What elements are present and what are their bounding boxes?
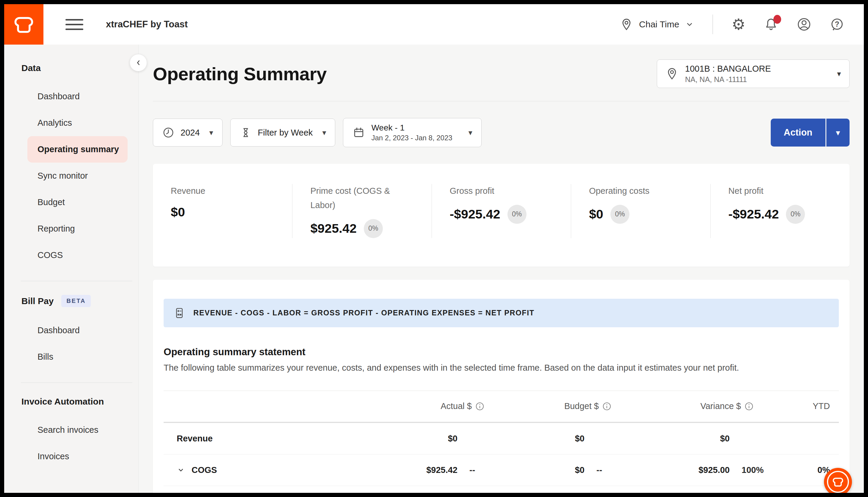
page-header: Operating Summary 1001B : BANGALORE NA, … — [153, 45, 850, 88]
location-line1: 1001B : BANGALORE — [685, 64, 771, 74]
sidebar-nav-data: Dashboard Analytics Operating summary Sy… — [4, 83, 138, 268]
beta-badge: BETA — [61, 295, 91, 307]
account-icon — [797, 17, 812, 32]
chat-button[interactable] — [824, 468, 852, 493]
info-icon[interactable] — [476, 402, 484, 411]
location-selector[interactable]: 1001B : BANGALORE NA, NA, NA -11111 ▾ — [657, 59, 850, 88]
formula-banner: REVENUE - COGS - LABOR = GROSS PROFIT - … — [164, 299, 839, 327]
action-caret-button[interactable]: ▾ — [826, 118, 850, 146]
sidebar-section-billpay: Bill Pay BETA — [4, 295, 138, 307]
settings-button[interactable]: ⚙ — [731, 17, 745, 32]
sidebar-item-dashboard[interactable]: Dashboard — [4, 83, 138, 110]
kpi-label: Operating costs — [589, 184, 692, 198]
restaurant-name: Chai Time — [639, 19, 679, 29]
sidebar-item-bills[interactable]: Bills — [4, 344, 138, 370]
budget-percent: -- — [584, 465, 602, 475]
sidebar-item-cogs[interactable]: COGS — [4, 242, 138, 268]
column-actual: Actual $ — [441, 401, 502, 411]
budget-value: $0 — [575, 434, 584, 443]
top-bar-right: Chai Time ⚙ — [620, 15, 864, 34]
header-icons: ⚙ — [731, 17, 844, 32]
caret-down-icon: ▾ — [469, 128, 472, 137]
account-button[interactable] — [797, 17, 812, 32]
actual-value: $0 — [448, 434, 457, 443]
sidebar-nav-invoice: Search invoices Invoices — [4, 417, 138, 470]
calculator-icon — [173, 307, 185, 319]
sidebar-item-reporting[interactable]: Reporting — [4, 215, 138, 242]
sidebar-item-operating-summary[interactable]: Operating summary — [27, 136, 128, 162]
main-content: Operating Summary 1001B : BANGALORE NA, … — [139, 45, 864, 493]
column-label: Variance $ — [701, 401, 741, 411]
kpi-percent-badge: 0% — [508, 205, 526, 224]
column-ytd: YTD — [813, 401, 839, 411]
formula-text: REVENUE - COGS - LABOR = GROSS PROFIT - … — [193, 309, 535, 317]
week-range: Jan 2, 2023 - Jan 8, 2023 — [371, 134, 452, 142]
sidebar-item-budget[interactable]: Budget — [4, 189, 138, 215]
kpi-gross-profit: Gross profit -$925.42 0% — [432, 184, 571, 238]
kpi-operating-costs: Operating costs $0 0% — [571, 184, 710, 238]
top-bar: xtraCHEF by Toast Chai Time ⚙ — [4, 4, 864, 45]
sidebar-collapse-button[interactable] — [130, 54, 147, 71]
kpi-value: $0 — [171, 205, 185, 219]
location-line2: NA, NA, NA -11111 — [685, 75, 771, 84]
header-rule — [153, 101, 850, 101]
week-dropdown[interactable]: Week - 1 Jan 2, 2023 - Jan 8, 2023 ▾ — [343, 118, 481, 147]
statement-table-header: Actual $ Budget $ — [164, 391, 839, 423]
sidebar-item-invoices[interactable]: Invoices — [4, 443, 138, 470]
hourglass-icon — [239, 126, 252, 139]
kpi-percent-badge: 0% — [610, 205, 630, 224]
period-dropdown[interactable]: Filter by Week ▾ — [230, 118, 335, 146]
sidebar-item-billpay-dashboard[interactable]: Dashboard — [4, 317, 138, 344]
action-button[interactable]: Action — [771, 118, 825, 146]
location-text: 1001B : BANGALORE NA, NA, NA -11111 — [685, 64, 771, 84]
help-button[interactable]: ? — [830, 17, 844, 31]
budget-value: $0 — [575, 465, 584, 475]
column-label: Actual $ — [441, 401, 472, 411]
gear-icon: ⚙ — [731, 17, 745, 32]
menu-button[interactable] — [66, 19, 83, 30]
caret-down-icon: ▾ — [209, 128, 213, 137]
variance-percent: 100% — [730, 465, 763, 475]
year-dropdown[interactable]: 2024 ▾ — [153, 118, 222, 146]
calendar-icon — [352, 126, 365, 139]
svg-text:?: ? — [835, 20, 839, 28]
sidebar-item-sync-monitor[interactable]: Sync monitor — [4, 162, 138, 189]
sidebar-item-analytics[interactable]: Analytics — [4, 110, 138, 136]
statement-heading: Operating summary statement — [164, 346, 839, 358]
notification-badge — [773, 15, 781, 24]
kpi-value: $0 — [589, 207, 603, 222]
table-row-labor: Labor $0 -- 0% — [164, 486, 839, 493]
info-icon[interactable] — [602, 402, 611, 411]
kpi-value: $925.42 — [310, 221, 356, 236]
column-budget: Budget $ — [564, 401, 629, 411]
table-row-cogs: COGS $925.42 -- $0 -- $925.00 100% 0% — [164, 454, 839, 486]
kpi-value: -$925.42 — [450, 207, 500, 222]
hamburger-bar — [66, 29, 83, 30]
expand-chevron-icon[interactable] — [177, 466, 185, 474]
location-pin-icon — [620, 18, 633, 31]
app-title: xtraCHEF by Toast — [106, 19, 188, 30]
kpi-revenue: Revenue $0 — [153, 184, 292, 238]
page-title: Operating Summary — [153, 63, 327, 84]
toast-logo[interactable] — [4, 4, 43, 45]
caret-down-icon: ▾ — [322, 128, 326, 137]
sidebar-nav-billpay: Dashboard Bills — [4, 317, 138, 370]
week-label: Week - 1 — [371, 123, 452, 132]
billpay-section-label: Bill Pay — [22, 296, 54, 306]
column-label: YTD — [813, 401, 830, 411]
chevron-down-icon — [685, 20, 694, 29]
kpi-label: Net profit — [729, 184, 832, 198]
column-variance: Variance $ — [701, 401, 781, 411]
restaurant-switcher[interactable]: Chai Time — [620, 18, 694, 31]
kpi-label: Prime cost (COGS & Labor) — [310, 184, 413, 213]
sidebar: Data Dashboard Analytics Operating summa… — [4, 45, 139, 493]
row-label-text: Revenue — [177, 434, 213, 443]
info-icon[interactable] — [745, 402, 754, 411]
sidebar-item-search-invoices[interactable]: Search invoices — [4, 417, 138, 443]
notifications-button[interactable] — [764, 17, 778, 31]
sidebar-divider — [21, 383, 133, 383]
operating-statement-card: REVENUE - COGS - LABOR = GROSS PROFIT - … — [153, 280, 850, 493]
statement-description: The following table summarizes your reve… — [164, 363, 839, 373]
column-label: Budget $ — [564, 401, 599, 411]
body: Data Dashboard Analytics Operating summa… — [4, 45, 864, 493]
